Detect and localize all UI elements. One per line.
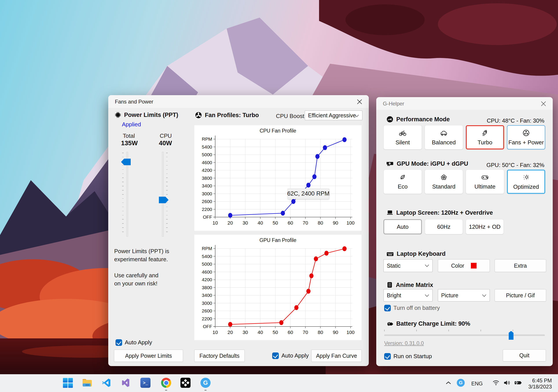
svg-text:10: 10 bbox=[213, 330, 218, 335]
chevron-down-icon bbox=[425, 293, 429, 297]
close-icon bbox=[541, 101, 546, 107]
checkbox-checked-icon[interactable] bbox=[272, 352, 279, 359]
keyboard-color-swatch bbox=[471, 263, 477, 268]
matrix-icon bbox=[386, 281, 393, 289]
svg-text:2200: 2200 bbox=[202, 207, 212, 212]
fan-point-tooltip: 62C, 2400 RPM bbox=[288, 189, 329, 199]
visual-studio-button[interactable] bbox=[120, 377, 132, 389]
gpu-fan-curve-plot[interactable]: OFF220026003000340038004200460050005400R… bbox=[194, 235, 362, 340]
fans-window-close-button[interactable] bbox=[356, 98, 364, 106]
turbo-mode-button[interactable]: Turbo bbox=[466, 125, 504, 150]
svg-text:4600: 4600 bbox=[202, 269, 212, 275]
vscode-button[interactable] bbox=[101, 377, 112, 389]
ghelper-window-title: G-Helper bbox=[383, 101, 404, 107]
tidal-icon bbox=[180, 378, 191, 388]
keyboard-mode-dropdown[interactable]: Static bbox=[384, 259, 433, 272]
svg-text:2600: 2600 bbox=[202, 199, 212, 204]
svg-text:OFF: OFF bbox=[203, 324, 212, 329]
checkbox-checked-icon[interactable] bbox=[115, 339, 122, 346]
quit-button[interactable]: Quit bbox=[503, 349, 546, 361]
svg-text:RPM: RPM bbox=[202, 246, 212, 251]
laptop-screen-heading: Laptop Screen: 120Hz + Overdrive bbox=[386, 209, 493, 216]
screen-auto-button[interactable]: Auto bbox=[384, 219, 422, 234]
svg-text:100: 100 bbox=[347, 330, 355, 335]
flower-icon bbox=[440, 174, 448, 181]
svg-text:3800: 3800 bbox=[202, 285, 212, 290]
battery-slider-handle[interactable] bbox=[509, 331, 514, 340]
powershell-button[interactable]: >_ bbox=[140, 377, 151, 389]
apply-fan-curve-button[interactable]: Apply Fan Curve bbox=[311, 350, 362, 362]
file-explorer-button[interactable] bbox=[81, 377, 93, 389]
tray-clock[interactable]: 6:45 PM 3/18/2023 bbox=[528, 377, 552, 390]
svg-text:60: 60 bbox=[288, 220, 293, 226]
cpu-boost-dropdown[interactable]: Efficient Aggressive bbox=[305, 110, 362, 120]
gauge-icon bbox=[386, 116, 394, 123]
svg-text:4200: 4200 bbox=[202, 277, 212, 282]
ghelper-close-button[interactable] bbox=[540, 100, 548, 108]
keyboard-extra-button[interactable]: Extra bbox=[495, 259, 546, 272]
laptop-icon bbox=[386, 209, 394, 216]
cpu-power-slider-ticks bbox=[166, 153, 168, 236]
battery-slider-ticks bbox=[384, 330, 545, 331]
screen-refresh-buttons: Auto 60Hz 120Hz + OD bbox=[384, 219, 545, 234]
checkbox-checked-icon[interactable] bbox=[384, 353, 391, 360]
folder-icon bbox=[82, 378, 92, 387]
version-link[interactable]: Version: 0.31.0.0 bbox=[384, 340, 424, 346]
svg-text:40: 40 bbox=[258, 330, 263, 335]
bulb-gear-icon bbox=[522, 173, 530, 181]
tray-chevron-up[interactable] bbox=[443, 377, 454, 389]
anime-picture-gif-button[interactable]: Picture / Gif bbox=[495, 289, 546, 301]
anime-turn-off-battery-checkbox[interactable]: Turn off on battery bbox=[384, 305, 440, 311]
auto-apply-fan-checkbox[interactable]: Auto Apply bbox=[272, 352, 309, 359]
tray-time: 6:45 PM bbox=[528, 377, 552, 384]
svg-text:60: 60 bbox=[288, 330, 293, 335]
performance-mode-buttons: Silent Balanced Turbo bbox=[384, 125, 545, 150]
ghelper-taskbar-button[interactable]: G bbox=[200, 377, 211, 389]
svg-text:20: 20 bbox=[227, 330, 233, 335]
svg-text:2200: 2200 bbox=[202, 316, 212, 321]
cpu-power-slider-track[interactable] bbox=[162, 152, 164, 237]
fans-power-button[interactable]: Fans + Power bbox=[507, 125, 545, 150]
silent-mode-button[interactable]: Silent bbox=[384, 125, 422, 150]
optimized-mode-button[interactable]: Optimized bbox=[507, 170, 545, 194]
screen-120hz-od-button[interactable]: 120Hz + OD bbox=[466, 219, 504, 234]
tray-language-indicator[interactable]: ENG bbox=[471, 381, 483, 387]
close-icon bbox=[357, 99, 362, 105]
svg-text:4600: 4600 bbox=[202, 160, 212, 165]
chrome-button[interactable] bbox=[160, 377, 172, 389]
keyboard-color-button[interactable]: Color bbox=[438, 259, 490, 272]
fan-circle-icon bbox=[522, 129, 530, 137]
cpu-fan-curve-plot[interactable]: OFF220026003000340038004200460050005400R… bbox=[194, 125, 362, 231]
ghelper-window: G-Helper Performance Mode CPU: 48°C - Fa… bbox=[376, 97, 553, 366]
start-button[interactable] bbox=[62, 377, 73, 389]
tray-battery-icon[interactable] bbox=[512, 377, 524, 389]
anime-brightness-dropdown[interactable]: Bright bbox=[384, 289, 433, 301]
chevron-up-icon bbox=[445, 381, 451, 384]
svg-text:10: 10 bbox=[213, 220, 218, 226]
tray-wifi-icon[interactable] bbox=[490, 377, 502, 389]
total-power-slider-ticks bbox=[122, 153, 124, 236]
svg-text:40: 40 bbox=[258, 220, 263, 226]
laptop-keyboard-heading: Laptop Keyboard bbox=[386, 250, 445, 257]
checkbox-checked-icon[interactable] bbox=[384, 305, 391, 311]
run-on-startup-checkbox[interactable]: Run on Startup bbox=[384, 353, 432, 360]
factory-defaults-button[interactable]: Factory Defaults bbox=[194, 350, 245, 362]
anime-matrix-heading: Anime Matrix bbox=[386, 281, 433, 289]
gpu-fan-chart-panel: GPU Fan Profile OFF220026003000340038004… bbox=[194, 235, 362, 340]
balanced-mode-button[interactable]: Balanced bbox=[425, 125, 463, 150]
chevron-down-icon bbox=[482, 293, 486, 297]
tray-volume-icon[interactable] bbox=[501, 377, 513, 389]
ghelper-running-indicator bbox=[204, 390, 207, 391]
svg-text:100: 100 bbox=[347, 220, 355, 226]
tidal-button[interactable] bbox=[180, 377, 191, 389]
anime-content-dropdown[interactable]: Picture bbox=[438, 289, 490, 301]
apply-power-limits-button[interactable]: Apply Power Limits bbox=[114, 350, 183, 362]
battery-slider-track[interactable] bbox=[384, 334, 545, 336]
screen-60hz-button[interactable]: 60Hz bbox=[425, 219, 463, 234]
ultimate-mode-button[interactable]: Ultimate bbox=[466, 170, 504, 194]
eco-mode-button[interactable]: Eco bbox=[384, 170, 422, 194]
auto-apply-power-checkbox[interactable]: Auto Apply bbox=[115, 339, 152, 346]
tray-ghelper-icon[interactable]: G bbox=[455, 377, 466, 389]
standard-mode-button[interactable]: Standard bbox=[425, 170, 463, 194]
total-power-label: Total bbox=[123, 133, 135, 139]
